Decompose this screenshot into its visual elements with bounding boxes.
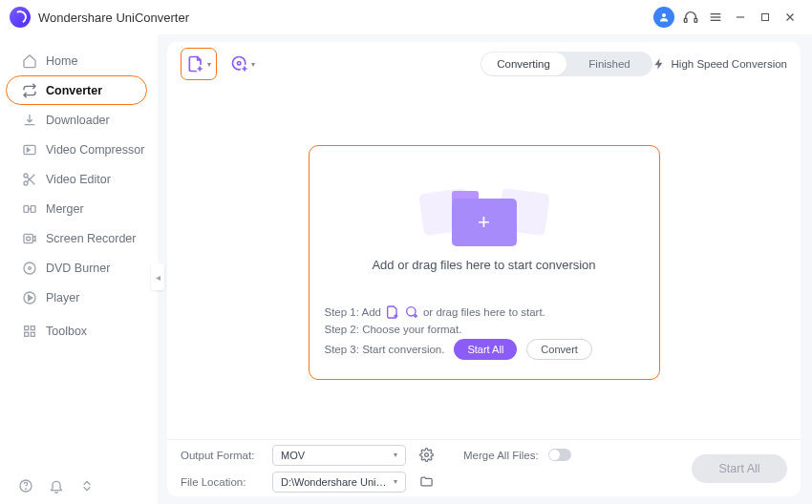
svg-rect-16 bbox=[31, 205, 35, 212]
svg-rect-25 bbox=[31, 326, 34, 329]
dropzone[interactable]: + Add or drag files here to start conver… bbox=[309, 145, 660, 380]
app-title: Wondershare UniConverter bbox=[38, 10, 189, 25]
file-location-value: D:\Wondershare UniConverter bbox=[281, 476, 394, 488]
svg-rect-7 bbox=[762, 14, 769, 21]
sidebar-collapse-handle[interactable]: ◂ bbox=[151, 263, 164, 290]
sidebar-item-toolbox[interactable]: Toolbox bbox=[0, 316, 158, 346]
svg-point-19 bbox=[27, 237, 31, 241]
svg-point-32 bbox=[238, 62, 241, 65]
add-file-button[interactable]: ▾ bbox=[181, 48, 217, 80]
sidebar-item-label: Toolbox bbox=[46, 325, 87, 338]
output-format-label: Output Format: bbox=[181, 450, 263, 461]
svg-point-34 bbox=[407, 307, 416, 316]
svg-point-12 bbox=[24, 181, 28, 185]
sidebar-item-label: Home bbox=[46, 54, 77, 68]
dropzone-headline: Add or drag files here to start conversi… bbox=[372, 258, 595, 272]
sidebar-item-label: Converter bbox=[46, 84, 102, 97]
add-dvd-button[interactable]: ▾ bbox=[224, 48, 261, 80]
start-all-button-small[interactable]: Start All bbox=[454, 339, 517, 360]
svg-rect-18 bbox=[24, 234, 32, 242]
svg-rect-15 bbox=[24, 205, 29, 212]
chevron-down-icon: ▾ bbox=[394, 451, 397, 459]
svg-point-20 bbox=[24, 262, 35, 274]
user-avatar[interactable] bbox=[653, 7, 674, 28]
scissors-icon bbox=[21, 171, 38, 188]
chevron-down-icon: ▾ bbox=[251, 60, 255, 69]
convert-button-small[interactable]: Convert bbox=[526, 339, 592, 360]
add-file-icon bbox=[385, 304, 400, 320]
step-1: Step 1: Add or drag files here to start. bbox=[325, 304, 644, 320]
tab-finished[interactable]: Finished bbox=[567, 52, 652, 76]
sidebar: Home Converter Downloader Video Compress… bbox=[0, 34, 158, 504]
sidebar-item-player[interactable]: Player bbox=[0, 283, 158, 312]
add-dvd-icon bbox=[404, 304, 419, 320]
svg-rect-1 bbox=[684, 18, 687, 22]
svg-point-0 bbox=[662, 13, 666, 17]
folder-illustration: + bbox=[437, 185, 532, 246]
file-location-label: File Location: bbox=[181, 476, 263, 488]
sidebar-item-label: DVD Burner bbox=[46, 262, 110, 275]
recorder-icon bbox=[21, 230, 38, 247]
svg-marker-23 bbox=[29, 295, 32, 300]
svg-point-35 bbox=[424, 453, 428, 457]
sidebar-item-label: Merger bbox=[46, 202, 84, 216]
lightning-icon bbox=[652, 57, 666, 71]
merger-icon bbox=[21, 200, 38, 218]
headset-icon[interactable] bbox=[678, 5, 703, 30]
tab-segmented: Converting Finished bbox=[481, 52, 652, 76]
sidebar-item-label: Player bbox=[46, 291, 79, 304]
menu-icon[interactable] bbox=[703, 5, 728, 30]
step-3: Step 3: Start conversion. Start All Conv… bbox=[325, 339, 644, 360]
svg-rect-24 bbox=[25, 326, 29, 329]
svg-rect-27 bbox=[31, 332, 34, 336]
play-icon bbox=[21, 289, 38, 306]
footer-bar: Output Format: MOV ▾ Merge All Files: Fi… bbox=[167, 439, 801, 496]
start-all-button[interactable]: Start All bbox=[692, 454, 787, 483]
window-close[interactable] bbox=[778, 5, 802, 30]
bell-icon[interactable] bbox=[48, 477, 65, 494]
transfer-icon[interactable] bbox=[78, 477, 96, 494]
sidebar-item-label: Screen Recorder bbox=[46, 232, 137, 245]
sidebar-item-label: Downloader bbox=[46, 114, 110, 127]
output-format-value: MOV bbox=[281, 450, 305, 461]
sidebar-item-downloader[interactable]: Downloader bbox=[0, 105, 158, 135]
compress-icon bbox=[21, 141, 38, 158]
open-folder-icon[interactable] bbox=[416, 472, 437, 493]
merge-label: Merge All Files: bbox=[463, 450, 539, 461]
svg-point-29 bbox=[26, 489, 27, 490]
sidebar-item-editor[interactable]: Video Editor bbox=[0, 164, 158, 194]
svg-rect-2 bbox=[694, 18, 697, 22]
main-toolbar: ▾ ▾ Converting Finished High Speed Conve… bbox=[167, 42, 801, 86]
hsc-label: High Speed Conversion bbox=[672, 58, 787, 70]
sidebar-item-merger[interactable]: Merger bbox=[0, 194, 158, 223]
svg-rect-26 bbox=[25, 332, 29, 336]
tab-converting[interactable]: Converting bbox=[481, 52, 566, 75]
sidebar-item-compressor[interactable]: Video Compressor bbox=[0, 135, 158, 164]
chevron-down-icon: ▾ bbox=[394, 477, 397, 486]
window-minimize[interactable] bbox=[728, 5, 753, 30]
svg-point-11 bbox=[24, 174, 28, 178]
sidebar-item-label: Video Compressor bbox=[46, 143, 144, 157]
high-speed-toggle[interactable]: High Speed Conversion bbox=[652, 57, 787, 71]
output-format-select[interactable]: MOV ▾ bbox=[272, 445, 406, 466]
converter-icon bbox=[21, 82, 38, 99]
app-logo bbox=[10, 7, 31, 28]
grid-icon bbox=[21, 323, 38, 340]
svg-point-21 bbox=[29, 266, 32, 269]
download-icon bbox=[21, 112, 38, 129]
step-2: Step 2: Choose your format. bbox=[325, 324, 644, 335]
chevron-down-icon: ▾ bbox=[207, 60, 211, 69]
sidebar-item-home[interactable]: Home bbox=[0, 46, 158, 75]
output-settings-icon[interactable] bbox=[416, 445, 437, 466]
sidebar-item-dvd[interactable]: DVD Burner bbox=[0, 253, 158, 283]
help-icon[interactable] bbox=[17, 477, 34, 494]
file-location-select[interactable]: D:\Wondershare UniConverter ▾ bbox=[272, 472, 406, 493]
window-maximize[interactable] bbox=[753, 5, 778, 30]
sidebar-item-recorder[interactable]: Screen Recorder bbox=[0, 223, 158, 253]
titlebar: Wondershare UniConverter bbox=[0, 0, 812, 34]
disc-icon bbox=[21, 260, 38, 277]
sidebar-item-converter[interactable]: Converter bbox=[0, 75, 158, 105]
home-icon bbox=[21, 52, 38, 70]
sidebar-item-label: Video Editor bbox=[46, 173, 111, 186]
merge-toggle[interactable] bbox=[548, 449, 571, 461]
